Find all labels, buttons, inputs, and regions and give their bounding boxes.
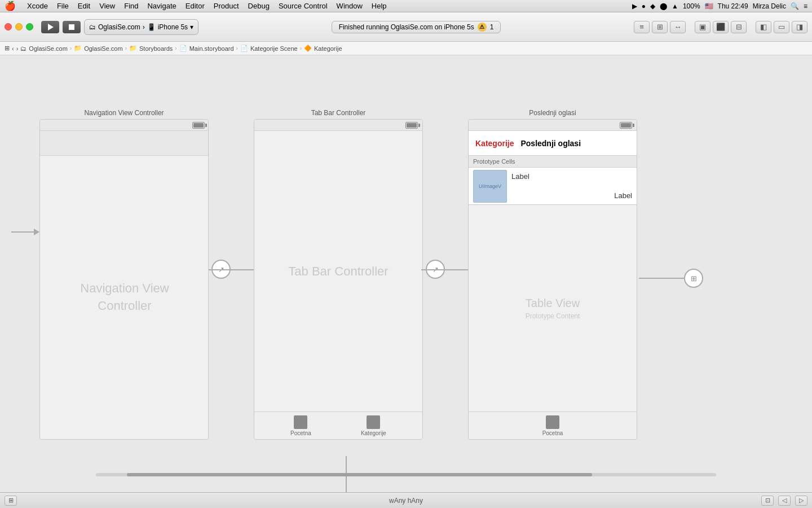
editor-assistant-button[interactable]: ⊞ — [652, 21, 668, 33]
kat-nav-bar: Kategorije Poslednji oglasi — [469, 131, 637, 156]
scheme-icon: 🗂 — [89, 23, 96, 31]
storyboard-icon: 📄 — [179, 45, 187, 52]
nav-vc-frame[interactable]: Navigation ViewController — [39, 119, 209, 440]
menu-navigate[interactable]: Navigate — [147, 2, 176, 10]
breadcrumb-item-2[interactable]: 📁 OglasiSe.com — [74, 45, 122, 52]
tab-item-kategorije: Kategorije — [361, 415, 386, 436]
segue-nav-tab[interactable]: ↗ — [211, 260, 231, 279]
wifi-icon: ▲ — [672, 2, 678, 10]
layout-split-button[interactable]: ⬛ — [713, 21, 729, 33]
bottom-fit-btn[interactable]: ⊡ — [761, 496, 774, 506]
exit-connector: ⊞ — [639, 269, 703, 288]
nav-vc-container: Navigation View Controller Navigation Vi… — [39, 109, 209, 440]
bc-sep-3: › — [175, 45, 176, 51]
breadcrumb-item-1[interactable]: 🗂 OglasiSe.com — [20, 45, 67, 52]
menu-help[interactable]: Help — [372, 2, 387, 10]
menu-file[interactable]: File — [57, 2, 69, 10]
time-label: Thu 22:49 — [718, 2, 748, 10]
vc-icon: 🔶 — [304, 45, 312, 52]
traffic-lights — [5, 23, 33, 30]
prototype-cell[interactable]: UIImageV Label Label — [469, 168, 637, 205]
storyboard-canvas[interactable]: Navigation View Controller Navigation Vi… — [0, 55, 812, 492]
menu-xcode[interactable]: Xcode — [27, 2, 48, 10]
cell-label-bottom: Label — [614, 191, 632, 202]
menu-source-control[interactable]: Source Control — [279, 2, 328, 10]
utilities-toggle[interactable]: ◨ — [792, 21, 807, 33]
stop-button[interactable] — [63, 21, 81, 33]
bottom-zoom-out-btn[interactable]: ◁ — [778, 496, 791, 506]
breadcrumb-item-6[interactable]: 🔶 Kategorije — [304, 45, 342, 52]
close-button[interactable] — [5, 23, 12, 30]
list-icon[interactable]: ≡ — [804, 2, 807, 10]
breadcrumb-nav-forward[interactable]: › — [16, 45, 19, 52]
prototype-cells-header: Prototype Cells — [469, 156, 637, 168]
table-view-sub: Prototype Content — [526, 312, 580, 320]
run-button[interactable] — [41, 21, 59, 33]
kat-nav-black-title: Poslednji oglasi — [520, 139, 581, 148]
run-icon — [48, 24, 54, 30]
status-pill: Finished running OglasiSe.com on iPhone … — [332, 21, 501, 33]
kat-nav-red-title[interactable]: Kategorije — [475, 139, 514, 148]
search-icon[interactable]: 🔍 — [791, 2, 799, 10]
warning-badge[interactable]: ⚠ — [478, 23, 487, 32]
kat-battery-icon — [620, 122, 632, 129]
headphones-icon: ● — [642, 2, 646, 10]
kat-vc-frame[interactable]: Kategorije Poslednji oglasi Prototype Ce… — [468, 119, 637, 440]
kat-tab-item: Pocetna — [542, 415, 563, 436]
flag-icon: 🇺🇸 — [705, 2, 713, 10]
menubar-right: ▶ ● ◆ ⬤ ▲ 100% 🇺🇸 Thu 22:49 Mirza Delic … — [632, 2, 807, 10]
chevron-down-icon: ▾ — [190, 23, 193, 31]
bottom-left-btn[interactable]: ⊞ — [5, 496, 17, 506]
menu-debug[interactable]: Debug — [248, 2, 270, 10]
kat-tab-bar: Pocetna — [469, 411, 637, 439]
nav-vc-title: Navigation View Controller — [39, 109, 209, 117]
kat-status-bar — [469, 120, 637, 131]
horizontal-scrollbar[interactable] — [96, 473, 812, 476]
menu-find[interactable]: Find — [124, 2, 138, 10]
bc-sep-4: › — [236, 45, 238, 51]
scheme-selector[interactable]: 🗂 OglasiSe.com › 📱 iPhone 5s ▾ — [84, 19, 198, 35]
kat-vc-title: Poslednji oglasi — [468, 109, 637, 117]
tab-item-pocetna: Pocetna — [290, 415, 311, 436]
tab-battery-icon — [405, 122, 418, 129]
screen-record-icon: ⬤ — [660, 2, 667, 10]
tab-vc-frame[interactable]: Tab Bar Controller Pocetna Kategorije — [254, 119, 423, 440]
menu-product[interactable]: Product — [214, 2, 239, 10]
menu-edit[interactable]: Edit — [78, 2, 90, 10]
editor-version-button[interactable]: ↔ — [670, 21, 686, 33]
breadcrumb-item-5[interactable]: 📄 Kategorije Scene — [240, 45, 298, 52]
debug-toggle[interactable]: ▭ — [774, 21, 789, 33]
stop-icon — [69, 24, 74, 30]
menu-view[interactable]: View — [99, 2, 115, 10]
layout-panels-button[interactable]: ⊟ — [731, 21, 747, 33]
minimize-button[interactable] — [15, 23, 23, 30]
breadcrumb-item-4[interactable]: 📄 Main.storyboard — [179, 45, 234, 52]
breadcrumb-nav-back[interactable]: ‹ — [12, 45, 14, 52]
bottom-bar: ⊞ wAny hAny ⊡ ◁ ▷ — [0, 492, 812, 508]
menu-editor[interactable]: Editor — [186, 2, 205, 10]
segue-tab-kat[interactable]: ↗ — [426, 260, 445, 279]
layout-single-button[interactable]: ▣ — [695, 21, 710, 33]
breadcrumb-item-3[interactable]: 📁 Storyboards — [129, 45, 173, 52]
nav-status-bar — [40, 120, 209, 131]
grid-icon[interactable]: ⊞ — [5, 45, 10, 52]
bc-sep-2: › — [125, 45, 127, 51]
table-view-content: Table View Prototype Content — [469, 205, 637, 411]
menu-window[interactable]: Window — [337, 2, 363, 10]
maximize-button[interactable] — [26, 23, 33, 30]
tab-content: Tab Bar Controller — [254, 131, 422, 411]
bc-label-5: Kategorije Scene — [250, 45, 298, 52]
navigator-toggle[interactable]: ◧ — [756, 21, 771, 33]
bottom-zoom-in-btn[interactable]: ▷ — [795, 496, 807, 506]
kat-vc-container: Poslednji oglasi Kategorije Poslednji og… — [468, 109, 637, 440]
tab-bar-bottom: Pocetna Kategorije — [254, 411, 422, 439]
apple-menu[interactable]: 🍎 — [5, 1, 16, 11]
entry-arrow — [11, 229, 39, 235]
battery-label: 100% — [683, 2, 700, 10]
kat-tab-icon — [546, 415, 559, 429]
editor-standard-button[interactable]: ≡ — [634, 21, 650, 33]
tab-label-kategorije: Kategorije — [361, 430, 386, 436]
exit-circle[interactable]: ⊞ — [684, 269, 703, 288]
scrollbar-thumb[interactable] — [127, 473, 592, 476]
exit-line — [639, 278, 684, 279]
